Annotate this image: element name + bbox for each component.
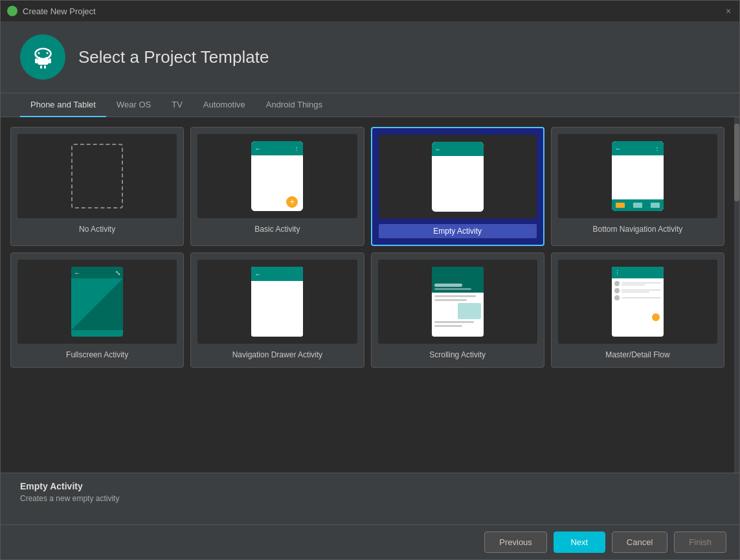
close-button[interactable]: × (724, 6, 733, 16)
bottom-nav-topbar: ← ⋮ (612, 141, 664, 155)
scrollbar[interactable] (734, 117, 739, 473)
scroll-body (432, 293, 484, 337)
tab-wear-os[interactable]: Wear OS (106, 93, 161, 117)
back-arrow-icon: ← (615, 145, 622, 152)
scroll-block (458, 303, 481, 319)
bottom-nav-mockup: ← ⋮ (612, 141, 664, 211)
back-arrow-icon: ← (254, 145, 261, 152)
empty-activity-label: Empty Activity (379, 224, 537, 238)
settings-mockup: ⋮ (612, 267, 664, 337)
tab-android-things[interactable]: Android Things (256, 93, 333, 117)
tab-phone-tablet[interactable]: Phone and Tablet (20, 93, 106, 117)
nav-drawer-preview: ← (197, 260, 357, 344)
fab-button: + (286, 196, 298, 208)
template-basic-activity[interactable]: ← ⋮ + Basic Activity (190, 127, 364, 246)
basic-topbar: ← ⋮ (251, 141, 303, 155)
template-empty-activity[interactable]: ← Empty Activity (371, 127, 544, 246)
settings-lines-2 (622, 289, 661, 293)
settings-dot-2 (614, 288, 620, 293)
content-area: No Activity ← ⋮ + (1, 117, 739, 473)
scroll-line-1 (434, 295, 477, 297)
header-section: Select a Project Template (1, 21, 739, 93)
tab-tv[interactable]: TV (161, 93, 193, 117)
templates-grid-container[interactable]: No Activity ← ⋮ + (1, 117, 734, 473)
android-logo (7, 6, 17, 16)
tabs-bar: Phone and Tablet Wear OS TV Automotive A… (1, 93, 739, 117)
main-window: Create New Project × Select a Project Te… (0, 0, 740, 560)
scrolling-preview (378, 260, 537, 344)
scroll-line-4 (434, 325, 462, 327)
settings-dot-3 (614, 295, 620, 300)
empty-topbar: ← (432, 142, 484, 156)
fs-body (71, 278, 123, 333)
nav-block-1 (616, 203, 625, 208)
android-studio-icon (20, 34, 65, 80)
tab-automotive[interactable]: Automotive (193, 93, 256, 117)
fs-topbar: ← ⤡ (71, 267, 123, 278)
settings-lines-1 (622, 282, 661, 286)
settings-line-2a (622, 289, 661, 291)
previous-button[interactable]: Previous (484, 532, 547, 553)
finish-button[interactable]: Finish (674, 532, 726, 553)
settings-line-1b (622, 284, 645, 286)
scrollbar-thumb (734, 124, 739, 201)
svg-rect-9 (49, 58, 51, 63)
settings-line-3a (622, 297, 661, 298)
template-master-detail[interactable]: ⋮ (551, 252, 724, 368)
page-title: Select a Project Template (78, 47, 269, 67)
empty-activity-mockup: ← (432, 142, 484, 212)
fullscreen-preview: ← ⤡ (17, 260, 177, 344)
bottom-nav-bar (612, 199, 664, 211)
svg-point-3 (38, 52, 39, 54)
title-bar-left: Create New Project (7, 6, 96, 16)
scroll-line-3 (434, 321, 474, 323)
description-text: Creates a new empty activity (20, 494, 720, 503)
template-bottom-nav[interactable]: ← ⋮ Bottom Navigation Activity (551, 127, 724, 246)
templates-grid: No Activity ← ⋮ + (10, 127, 724, 368)
no-activity-dashed-box (71, 144, 123, 208)
svg-rect-10 (40, 65, 42, 69)
template-nav-drawer[interactable]: ← Navigation Drawer Activity (190, 252, 364, 368)
template-fullscreen[interactable]: ← ⤡ Fullscreen Activity (10, 252, 184, 368)
settings-topbar: ⋮ (612, 267, 664, 278)
fullscreen-label: Fullscreen Activity (63, 349, 131, 361)
scrolling-label: Scrolling Activity (427, 349, 488, 361)
svg-rect-8 (35, 58, 38, 63)
nav-block-3 (651, 203, 660, 208)
nav-drawer-body (251, 281, 303, 337)
settings-line-2b (622, 291, 649, 293)
template-scrolling[interactable]: Scrolling Activity (371, 252, 544, 368)
nav-block-2 (633, 203, 642, 208)
settings-row-1 (614, 281, 661, 286)
scroll-header-line2 (434, 288, 472, 290)
footer: Previous Next Cancel Finish (1, 524, 739, 559)
fs-back-icon: ← (74, 269, 80, 276)
description-section: Empty Activity Creates a new empty activ… (1, 473, 739, 524)
title-bar-text: Create New Project (23, 6, 96, 16)
scroll-header-line1 (434, 284, 462, 287)
scroll-header (432, 267, 484, 293)
description-title: Empty Activity (20, 481, 720, 491)
svg-point-4 (46, 52, 48, 54)
cancel-button[interactable]: Cancel (612, 532, 667, 553)
svg-rect-11 (44, 65, 46, 69)
next-button[interactable]: Next (554, 532, 605, 553)
nav-drawer-mockup: ← (251, 267, 303, 337)
back-arrow-icon: ← (435, 146, 442, 153)
template-no-activity[interactable]: No Activity (10, 127, 184, 246)
bottom-nav-body (612, 155, 664, 199)
no-activity-preview (17, 134, 177, 218)
settings-fab-area (612, 326, 664, 337)
settings-row-3 (614, 295, 661, 300)
master-detail-preview: ⋮ (558, 260, 717, 344)
settings-row-2 (614, 288, 661, 293)
nav-drawer-label: Navigation Drawer Activity (230, 349, 325, 361)
basic-activity-mockup: ← ⋮ + (251, 141, 303, 211)
scrolling-mockup (432, 267, 484, 337)
fullscreen-mockup: ← ⤡ (71, 267, 123, 337)
empty-body (432, 156, 484, 212)
empty-activity-preview: ← (379, 135, 537, 219)
dots-icon: ⋮ (294, 146, 300, 151)
no-activity-label: No Activity (76, 223, 118, 235)
fs-diagonal-svg (71, 278, 123, 330)
